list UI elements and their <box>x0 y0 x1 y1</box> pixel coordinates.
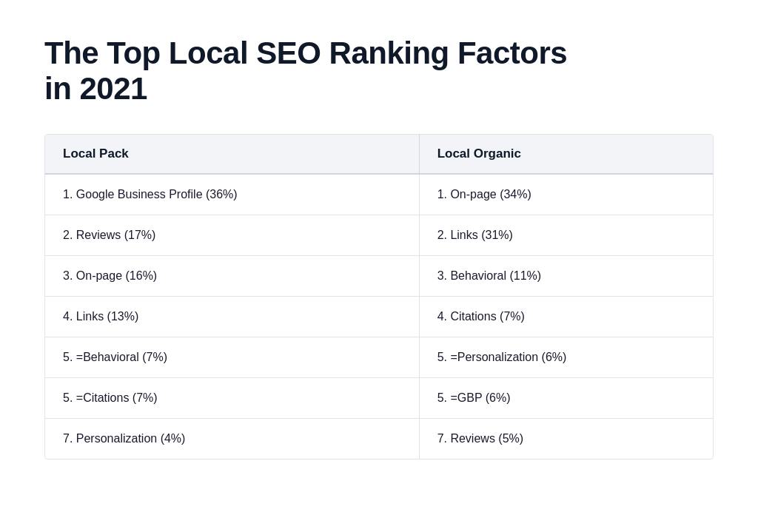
local-organic-cell: 1. On-page (34%) <box>419 174 713 215</box>
table-row: 5. =Behavioral (7%)5. =Personalization (… <box>45 337 713 377</box>
local-pack-cell: 5. =Citations (7%) <box>45 377 419 418</box>
local-organic-cell: 3. Behavioral (11%) <box>419 255 713 296</box>
local-pack-cell: 5. =Behavioral (7%) <box>45 337 419 377</box>
local-organic-cell: 5. =Personalization (6%) <box>419 337 713 377</box>
table-header-row: Local Pack Local Organic <box>45 135 713 174</box>
local-organic-cell: 5. =GBP (6%) <box>419 377 713 418</box>
local-pack-cell: 1. Google Business Profile (36%) <box>45 174 419 215</box>
ranking-factors-table: Local Pack Local Organic 1. Google Busin… <box>44 134 714 459</box>
page-title: The Top Local SEO Ranking Factors in 202… <box>44 36 714 107</box>
local-organic-cell: 2. Links (31%) <box>419 215 713 255</box>
local-pack-cell: 3. On-page (16%) <box>45 255 419 296</box>
col-header-local-organic: Local Organic <box>419 135 713 174</box>
local-pack-cell: 7. Personalization (4%) <box>45 418 419 459</box>
table-row: 7. Personalization (4%)7. Reviews (5%) <box>45 418 713 459</box>
table-row: 2. Reviews (17%)2. Links (31%) <box>45 215 713 255</box>
local-pack-cell: 2. Reviews (17%) <box>45 215 419 255</box>
col-header-local-pack: Local Pack <box>45 135 419 174</box>
table-row: 3. On-page (16%)3. Behavioral (11%) <box>45 255 713 296</box>
table-row: 1. Google Business Profile (36%)1. On-pa… <box>45 174 713 215</box>
table-row: 5. =Citations (7%)5. =GBP (6%) <box>45 377 713 418</box>
local-organic-cell: 4. Citations (7%) <box>419 296 713 337</box>
local-organic-cell: 7. Reviews (5%) <box>419 418 713 459</box>
local-pack-cell: 4. Links (13%) <box>45 296 419 337</box>
table-row: 4. Links (13%)4. Citations (7%) <box>45 296 713 337</box>
